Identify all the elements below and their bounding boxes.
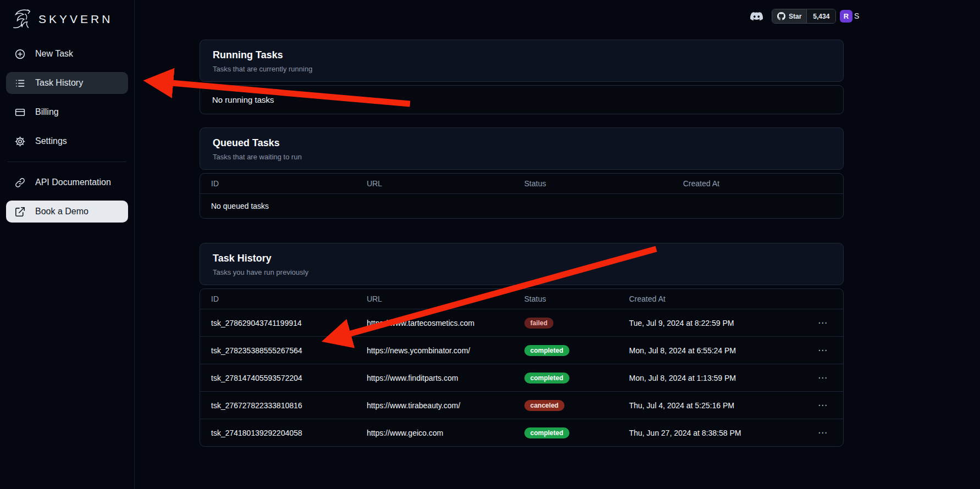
section-title: Task History — [213, 253, 830, 264]
created-at-cell: Tue, Jul 9, 2024 at 8:22:59 PM — [618, 309, 802, 337]
link-icon — [14, 177, 26, 188]
sidebar-item-billing[interactable]: Billing — [6, 101, 128, 123]
user-avatar[interactable]: R — [840, 10, 852, 23]
created-at-cell: Thu, Jul 4, 2024 at 5:25:16 PM — [618, 392, 802, 419]
sidebar-divider — [8, 162, 126, 162]
task-id-cell: tsk_276727822333810816 — [200, 392, 356, 419]
status-badge: failed — [524, 318, 553, 329]
sidebar-item-label: API Documentation — [35, 177, 111, 187]
table-row[interactable]: tsk_276727822333810816 https://www.tirab… — [200, 392, 843, 419]
column-header-url: URL — [356, 289, 513, 309]
github-icon — [777, 12, 785, 20]
column-header-url: URL — [356, 174, 513, 194]
github-star-label: Star — [789, 13, 801, 20]
column-header-created-at: Created At — [672, 174, 843, 194]
user-name-truncated: S — [854, 12, 859, 20]
running-tasks-section: Running Tasks Tasks that are currently r… — [200, 40, 844, 114]
table-row[interactable]: tsk_278147405593572204 https://www.findi… — [200, 364, 843, 392]
logo[interactable]: SKYVERN — [6, 5, 128, 43]
running-tasks-body: No running tasks — [200, 85, 844, 114]
task-url-cell: https://www.tirabeauty.com/ — [356, 392, 513, 419]
task-url-cell: https://news.ycombinator.com/ — [356, 337, 513, 364]
running-tasks-empty-text: No running tasks — [200, 86, 843, 114]
section-subtitle: Tasks that are waiting to run — [213, 153, 830, 161]
task-id-cell: tsk_278235388555267564 — [200, 337, 356, 364]
column-header-status: Status — [513, 174, 672, 194]
row-actions-button[interactable]: ⋯ — [802, 337, 843, 364]
sidebar-item-api-documentation[interactable]: API Documentation — [6, 171, 128, 193]
queued-tasks-empty-text: No queued tasks — [200, 194, 843, 219]
row-actions-button[interactable]: ⋯ — [802, 364, 843, 392]
ellipsis-icon: ⋯ — [818, 427, 827, 438]
sidebar-item-new-task[interactable]: New Task — [6, 43, 128, 65]
sidebar-item-label: Billing — [35, 107, 59, 117]
column-header-id: ID — [200, 289, 356, 309]
sidebar-item-label: Settings — [35, 136, 67, 146]
task-url-cell: https://www.geico.com — [356, 419, 513, 447]
queued-tasks-table: ID URL Status Created At No queued tasks — [200, 173, 844, 219]
status-badge: completed — [524, 427, 569, 438]
task-history-body: tsk_278629043741199914 https://www.tarte… — [200, 309, 843, 447]
section-subtitle: Tasks that are currently running — [213, 65, 830, 73]
ellipsis-icon: ⋯ — [818, 318, 827, 328]
status-badge: completed — [524, 373, 569, 384]
sidebar-secondary-nav: API Documentation Book a Demo — [6, 171, 128, 223]
ellipsis-icon: ⋯ — [818, 373, 827, 383]
list-icon — [14, 77, 26, 89]
task-id-cell: tsk_278147405593572204 — [200, 364, 356, 392]
github-star-widget[interactable]: Star 5,434 — [772, 9, 836, 24]
task-history-section: Task History Tasks you have run previous… — [200, 243, 844, 447]
row-actions-button[interactable]: ⋯ — [802, 309, 843, 337]
row-actions-button[interactable]: ⋯ — [802, 392, 843, 419]
section-title: Queued Tasks — [213, 137, 830, 149]
ellipsis-icon: ⋯ — [818, 345, 827, 355]
column-header-id: ID — [200, 174, 356, 194]
sidebar: SKYVERN New Task Task History Billing — [0, 0, 135, 489]
section-title: Running Tasks — [213, 49, 830, 61]
brand-name: SKYVERN — [38, 13, 113, 26]
row-actions-button[interactable]: ⋯ — [802, 419, 843, 447]
table-row[interactable]: tsk_278235388555267564 https://news.ycom… — [200, 337, 843, 364]
sidebar-nav: New Task Task History Billing Settings — [6, 43, 128, 152]
external-link-icon — [14, 206, 26, 218]
task-url-cell: https://www.finditparts.com — [356, 364, 513, 392]
column-header-actions — [802, 289, 843, 309]
task-url-cell: https://www.tartecosmetics.com — [356, 309, 513, 337]
ellipsis-icon: ⋯ — [818, 400, 827, 410]
status-badge: canceled — [524, 400, 564, 411]
table-row[interactable]: tsk_278629043741199914 https://www.tarte… — [200, 309, 843, 337]
sidebar-item-task-history[interactable]: Task History — [6, 72, 128, 94]
status-badge: completed — [524, 345, 569, 356]
github-star-count: 5,434 — [806, 9, 835, 23]
section-subtitle: Tasks you have run previously — [213, 268, 830, 276]
task-history-table: ID URL Status Created At tsk_27862904374… — [200, 288, 844, 447]
queued-tasks-section: Queued Tasks Tasks that are waiting to r… — [200, 127, 844, 219]
task-id-cell: tsk_278629043741199914 — [200, 309, 356, 337]
sidebar-item-label: Task History — [35, 78, 83, 88]
main-content: Running Tasks Tasks that are currently r… — [200, 40, 844, 460]
gear-icon — [14, 136, 26, 147]
created-at-cell: Mon, Jul 8, 2024 at 1:13:59 PM — [618, 364, 802, 392]
book-a-demo-button[interactable]: Book a Demo — [6, 201, 128, 223]
created-at-cell: Thu, Jun 27, 2024 at 8:38:58 PM — [618, 419, 802, 447]
sidebar-item-label: Book a Demo — [35, 207, 88, 216]
discord-icon[interactable] — [749, 9, 764, 24]
sidebar-item-settings[interactable]: Settings — [6, 130, 128, 152]
queued-tasks-empty-row: No queued tasks — [200, 194, 843, 219]
skyvern-dragon-icon — [9, 8, 35, 31]
running-tasks-header: Running Tasks Tasks that are currently r… — [200, 40, 844, 82]
table-row[interactable]: tsk_274180139292204058 https://www.geico… — [200, 419, 843, 447]
task-id-cell: tsk_274180139292204058 — [200, 419, 356, 447]
column-header-status: Status — [513, 289, 618, 309]
sidebar-item-label: New Task — [35, 49, 73, 59]
task-history-header: Task History Tasks you have run previous… — [200, 243, 844, 285]
queued-tasks-header: Queued Tasks Tasks that are waiting to r… — [200, 127, 844, 170]
plus-circle-icon — [14, 48, 26, 60]
credit-card-icon — [14, 107, 26, 118]
column-header-created-at: Created At — [618, 289, 802, 309]
created-at-cell: Mon, Jul 8, 2024 at 6:55:24 PM — [618, 337, 802, 364]
